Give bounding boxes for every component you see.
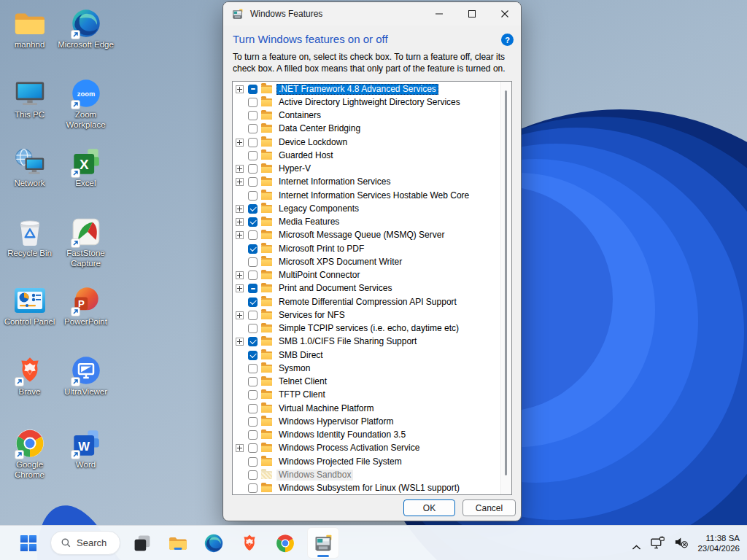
maximize-button[interactable] — [455, 2, 488, 26]
feature-checkbox[interactable] — [248, 404, 258, 413]
feature-row[interactable]: MultiPoint Connector — [233, 269, 501, 282]
expand-icon[interactable] — [236, 338, 244, 346]
feature-checkbox[interactable] — [248, 483, 258, 493]
task-view-button[interactable] — [128, 529, 156, 558]
feature-checkbox[interactable] — [248, 98, 258, 107]
feature-row[interactable]: Legacy Components — [233, 202, 501, 215]
expand-icon[interactable] — [236, 311, 244, 319]
feature-checkbox[interactable] — [248, 191, 258, 201]
dialog-titlebar[interactable]: Windows Features — [223, 2, 521, 26]
feature-row[interactable]: Microsoft Print to PDF — [233, 242, 501, 255]
close-button[interactable] — [488, 2, 521, 26]
feature-row[interactable]: Windows Sandbox — [233, 468, 501, 481]
expand-icon[interactable] — [236, 85, 244, 93]
expand-icon[interactable] — [236, 165, 244, 173]
volume-muted-icon[interactable] — [674, 536, 688, 550]
feature-checkbox[interactable] — [248, 204, 258, 214]
feature-checkbox[interactable] — [248, 470, 258, 480]
feature-row[interactable]: Telnet Client — [233, 376, 501, 389]
desktop-icon-excel[interactable]: XExcel — [58, 146, 114, 189]
taskbar-search[interactable]: Search — [50, 531, 120, 555]
expand-icon[interactable] — [236, 444, 244, 452]
feature-row[interactable]: Microsoft XPS Document Writer — [233, 255, 501, 268]
feature-row[interactable]: Data Center Bridging — [233, 122, 501, 136]
feature-row[interactable]: .NET Framework 4.8 Advanced Services — [233, 82, 501, 96]
taskbar-clock[interactable]: 11:38 SA 23/04/2026 — [697, 533, 740, 553]
feature-row[interactable]: Windows Process Activation Service — [233, 442, 501, 455]
desktop-icon-control-panel[interactable]: Control Panel — [1, 284, 58, 327]
desktop-icon-microsoft-edge[interactable]: Microsoft Edge — [58, 7, 114, 50]
feature-row[interactable]: Virtual Machine Platform — [233, 402, 501, 415]
feature-row[interactable]: SMB 1.0/CIFS File Sharing Support — [233, 335, 501, 349]
feature-checkbox[interactable] — [248, 244, 258, 254]
feature-checkbox[interactable] — [248, 443, 258, 453]
feature-checkbox[interactable] — [248, 284, 258, 293]
desktop-icon-recycle-bin[interactable]: Recycle Bin — [1, 216, 58, 259]
expand-icon[interactable] — [236, 231, 244, 239]
expand-icon[interactable] — [236, 218, 244, 226]
feature-checkbox[interactable] — [248, 457, 258, 467]
feature-row[interactable]: Sysmon — [233, 362, 501, 375]
brave-taskbar-button[interactable] — [236, 529, 263, 558]
feature-checkbox[interactable] — [248, 164, 258, 174]
desktop-icon-brave[interactable]: Brave — [1, 354, 58, 397]
tray-chevron-up-icon[interactable] — [632, 540, 641, 546]
feature-row[interactable]: Remote Differential Compression API Supp… — [233, 295, 501, 308]
ok-button[interactable]: OK — [403, 499, 455, 516]
feature-checkbox[interactable] — [248, 390, 258, 400]
feature-row[interactable]: Windows Hypervisor Platform — [233, 415, 501, 428]
feature-checkbox[interactable] — [248, 430, 258, 440]
minimize-button[interactable] — [422, 2, 455, 26]
chrome-taskbar-button[interactable] — [271, 529, 299, 558]
feature-row[interactable]: Device Lockdown — [233, 136, 501, 149]
desktop-icon-network[interactable]: Network — [1, 146, 58, 189]
feature-checkbox[interactable] — [248, 124, 258, 133]
expand-icon[interactable] — [236, 178, 244, 186]
desktop-icon-word[interactable]: WWord — [58, 427, 114, 470]
desktop-icon-zoom-workplace[interactable]: zoomZoom Workplace — [58, 77, 114, 130]
feature-checkbox[interactable] — [248, 364, 258, 373]
start-button[interactable] — [15, 529, 42, 558]
feature-checkbox[interactable] — [248, 85, 258, 94]
feature-checkbox[interactable] — [248, 111, 258, 120]
desktop-icon-this-pc[interactable]: This PC — [1, 77, 58, 120]
feature-checkbox[interactable] — [248, 351, 258, 360]
feature-checkbox[interactable] — [248, 271, 258, 280]
feature-row[interactable]: Windows Identity Foundation 3.5 — [233, 429, 501, 442]
feature-row[interactable]: Print and Document Services — [233, 282, 501, 295]
edge-taskbar-button[interactable] — [200, 529, 228, 558]
file-explorer-button[interactable] — [164, 529, 192, 558]
help-button[interactable]: ? — [501, 34, 514, 46]
feature-row[interactable]: SMB Direct — [233, 349, 501, 362]
feature-checkbox[interactable] — [248, 324, 258, 333]
desktop-icon-manhnd[interactable]: manhnd — [1, 7, 58, 50]
feature-checkbox[interactable] — [248, 151, 258, 160]
feature-checkbox[interactable] — [248, 337, 258, 346]
desktop-icon-google-chrome[interactable]: Google Chrome — [1, 427, 58, 480]
feature-checkbox[interactable] — [248, 257, 258, 267]
feature-row[interactable]: TFTP Client — [233, 389, 501, 402]
feature-row[interactable]: Media Features — [233, 216, 501, 229]
feature-row[interactable]: Internet Information Services Hostable W… — [233, 189, 501, 202]
expand-icon[interactable] — [236, 284, 244, 292]
feature-checkbox[interactable] — [248, 311, 258, 320]
feature-checkbox[interactable] — [248, 217, 258, 227]
expand-icon[interactable] — [236, 139, 244, 147]
cancel-button[interactable]: Cancel — [462, 499, 516, 516]
feature-row[interactable]: Microsoft Message Queue (MSMQ) Server — [233, 229, 501, 242]
feature-checkbox[interactable] — [248, 377, 258, 386]
feature-row[interactable]: Windows Projected File System — [233, 455, 501, 468]
feature-row[interactable]: Containers — [233, 109, 501, 122]
windows-features-taskbar-button[interactable] — [307, 527, 339, 559]
feature-row[interactable]: Windows Subsystem for Linux (WSL1 suppor… — [233, 482, 501, 495]
feature-row[interactable]: Simple TCPIP services (i.e. echo, daytim… — [233, 322, 501, 335]
scrollbar[interactable] — [500, 82, 511, 494]
feature-row[interactable]: Active Directory Lightweight Directory S… — [233, 96, 501, 109]
desktop-icon-powerpoint[interactable]: PPowerPoint — [58, 284, 114, 327]
feature-row[interactable]: Hyper-V — [233, 163, 501, 176]
feature-row[interactable]: Services for NFS — [233, 308, 501, 322]
feature-checkbox[interactable] — [248, 138, 258, 147]
feature-checkbox[interactable] — [248, 177, 258, 187]
scrollbar-thumb[interactable] — [505, 90, 507, 475]
network-icon[interactable] — [651, 536, 665, 550]
